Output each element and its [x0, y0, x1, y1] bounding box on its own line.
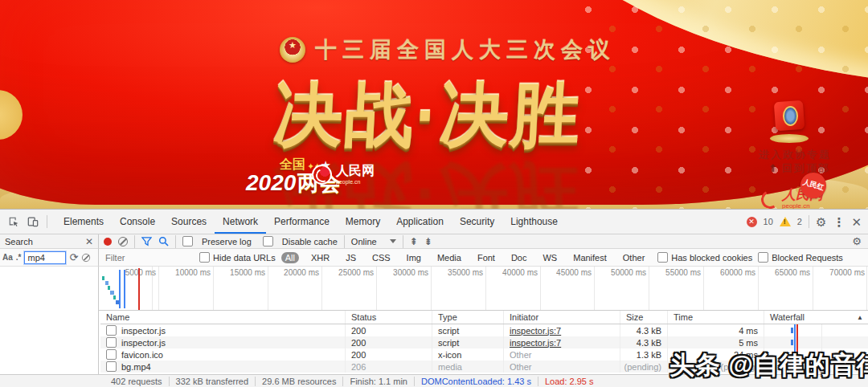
error-count[interactable]: 10 [764, 217, 773, 226]
up-arrow-icon: ⬆ [768, 162, 779, 174]
search-pane-lower [0, 311, 99, 375]
column-header-initiator[interactable]: Initiator [504, 311, 620, 324]
hide-data-urls-label[interactable]: Hide data URLs [213, 253, 276, 263]
badge-top-text: 全国 [280, 158, 305, 171]
clear-search-icon[interactable] [82, 253, 90, 261]
request-size: (pending) [620, 361, 668, 373]
summary-resources: 29.6 MB resources [256, 377, 343, 386]
search-requests-icon[interactable] [158, 236, 169, 246]
timeline-tick: 60000 ms [720, 268, 755, 277]
request-size: 1.3 kB [620, 348, 668, 361]
blocked-requests-checkbox[interactable] [758, 252, 768, 263]
refresh-search-icon[interactable]: ⟳ [69, 252, 78, 263]
throttling-select[interactable]: Online [351, 237, 396, 246]
request-initiator: Other [510, 350, 532, 360]
type-filter-xhr[interactable]: XHR [307, 252, 334, 263]
has-blocked-cookies-label[interactable]: Has blocked cookies [671, 253, 752, 263]
type-filter-manifest[interactable]: Manifest [569, 252, 611, 263]
request-status: 200 [346, 348, 432, 361]
type-filter-css[interactable]: CSS [368, 252, 395, 263]
warning-count[interactable]: 2 [797, 217, 802, 226]
tab-lighthouse[interactable]: Lighthouse [502, 210, 566, 234]
request-type: script [432, 324, 504, 336]
disable-cache-label[interactable]: Disable cache [282, 237, 338, 246]
divider [134, 235, 135, 248]
overview-bar [110, 291, 114, 295]
divider [809, 215, 809, 228]
cppcc-emblem-widget[interactable] [770, 101, 809, 143]
device-toolbar-icon[interactable] [27, 216, 39, 227]
kebab-menu-icon[interactable]: ⋮ [833, 216, 845, 228]
clear-requests-icon[interactable] [118, 237, 128, 246]
request-name: bg.mp4 [121, 362, 151, 372]
type-filter-other[interactable]: Other [619, 252, 649, 263]
link-enter-cppcc-topic[interactable]: 进入政协专题 [759, 148, 831, 162]
preserve-log-label[interactable]: Preserve log [202, 237, 252, 246]
tab-network[interactable]: Network [215, 210, 266, 234]
export-har-icon[interactable]: ⇟ [424, 237, 432, 246]
tab-performance[interactable]: Performance [266, 210, 338, 234]
row-checkbox[interactable] [106, 361, 117, 372]
filter-funnel-icon[interactable] [141, 237, 152, 246]
tab-memory[interactable]: Memory [338, 210, 388, 234]
link-back-to-top[interactable]: ⬆回到顶部 [768, 161, 830, 176]
tab-application[interactable]: Application [388, 210, 452, 234]
screenshot-root: 十三届全国人大三次会议 决战·决胜 决战·决胜 全国 ✦✦ ★ 2020 两会 … [0, 0, 868, 387]
sort-indicator-icon[interactable]: ▲ [857, 314, 863, 321]
type-filter-media[interactable]: Media [433, 252, 465, 263]
type-filter-img[interactable]: Img [403, 252, 425, 263]
summary-load: Load: 2.95 s [538, 377, 600, 386]
tab-console[interactable]: Console [112, 210, 163, 234]
table-row[interactable]: inspector.js 200 script inspector.js:7 4… [100, 336, 868, 348]
tab-elements[interactable]: Elements [55, 210, 112, 234]
type-filter-all[interactable]: All [281, 252, 299, 263]
inspect-cursor-icon[interactable] [8, 216, 19, 227]
column-header-type[interactable]: Type [432, 311, 504, 324]
request-initiator-link[interactable]: inspector.js:7 [510, 338, 561, 348]
type-filter-ws[interactable]: WS [538, 252, 561, 263]
request-name: inspector.js [121, 326, 166, 336]
overview-dcl-line [119, 270, 121, 308]
has-blocked-cookies-checkbox[interactable] [657, 252, 668, 263]
column-header-name[interactable]: Name [100, 311, 346, 324]
preserve-log-checkbox[interactable] [182, 236, 193, 246]
waterfall-bar [791, 328, 793, 333]
search-query-input[interactable] [24, 251, 66, 264]
toutiao-watermark: 头条 @自律的音律 [669, 348, 868, 382]
tab-sources[interactable]: Sources [163, 210, 215, 234]
warning-count-icon[interactable] [780, 217, 791, 226]
type-filter-js[interactable]: JS [342, 252, 360, 263]
request-status: 206 [346, 361, 432, 373]
column-header-status[interactable]: Status [346, 311, 432, 324]
match-case-button[interactable]: Aa [2, 253, 13, 262]
record-button[interactable] [104, 238, 112, 246]
hide-data-urls-checkbox[interactable] [199, 252, 210, 263]
request-initiator-link[interactable]: inspector.js:7 [510, 326, 561, 336]
settings-gear-icon[interactable]: ⚙ [816, 216, 826, 228]
request-initiator: Other [510, 362, 532, 372]
network-overview-timeline[interactable]: 5000 ms 10000 ms 15000 ms 20000 ms 25000… [99, 267, 868, 311]
close-devtools-icon[interactable]: ✕ [851, 216, 862, 228]
column-header-waterfall[interactable]: Waterfall [764, 311, 868, 324]
table-row[interactable]: inspector.js 200 script inspector.js:7 4… [100, 324, 868, 336]
type-filter-doc[interactable]: Doc [507, 252, 531, 263]
search-pane-close-icon[interactable]: ✕ [85, 236, 93, 247]
throttling-value: Online [351, 237, 377, 246]
error-count-icon[interactable]: ✕ [747, 217, 757, 227]
regex-button[interactable]: .* [16, 253, 22, 262]
tab-security[interactable]: Security [452, 210, 502, 234]
crescent-moon-red-icon [760, 189, 779, 208]
column-header-size[interactable]: Size [620, 311, 668, 324]
row-checkbox[interactable] [106, 337, 117, 348]
network-settings-gear-icon[interactable]: ⚙ [852, 236, 868, 246]
blocked-requests-label[interactable]: Blocked Requests [772, 253, 843, 263]
type-filter-font[interactable]: Font [473, 252, 499, 263]
column-header-time[interactable]: Time [668, 311, 764, 324]
disable-cache-checkbox[interactable] [263, 236, 273, 246]
row-checkbox[interactable] [106, 325, 117, 336]
import-har-icon[interactable]: ⇞ [410, 237, 418, 246]
session-title: 十三届全国人大三次会议 [315, 35, 616, 64]
search-pane-title: Search [5, 237, 33, 246]
row-checkbox[interactable] [106, 349, 117, 360]
request-filter-input[interactable] [104, 252, 194, 263]
